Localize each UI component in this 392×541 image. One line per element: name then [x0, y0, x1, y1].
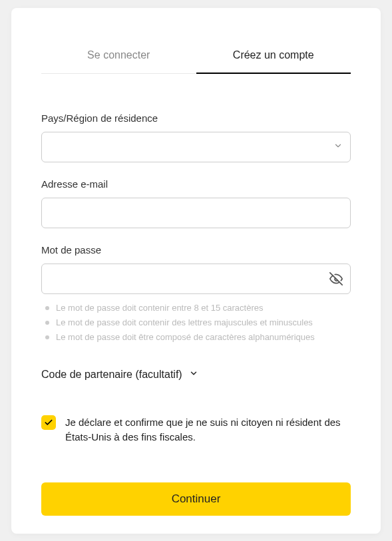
password-rule: Le mot de passe doit contenir des lettre…: [45, 315, 351, 330]
eye-off-icon[interactable]: [329, 272, 343, 285]
country-label: Pays/Région de résidence: [41, 112, 351, 124]
bullet-icon: [45, 321, 49, 325]
email-field-group: Adresse e-mail: [41, 178, 351, 228]
consent-checkbox[interactable]: [41, 415, 56, 430]
bullet-icon: [45, 306, 49, 310]
signup-form: Pays/Région de résidence Adresse e-mail …: [41, 112, 351, 516]
tab-register[interactable]: Créez un compte: [196, 49, 351, 73]
partner-code-label: Code de partenaire (facultatif): [41, 369, 182, 381]
chevron-down-icon: [189, 369, 198, 381]
password-rule: Le mot de passe doit contenir entre 8 et…: [45, 301, 351, 315]
rule-text: Le mot de passe doit contenir entre 8 et…: [56, 301, 263, 315]
password-label: Mot de passe: [41, 244, 351, 256]
tab-login[interactable]: Se connecter: [41, 49, 196, 73]
consent-text: Je déclare et confirme que je ne suis ni…: [65, 415, 351, 445]
consent-row: Je déclare et confirme que je ne suis ni…: [41, 415, 351, 445]
password-rule: Le mot de passe doit être composé de car…: [45, 330, 351, 345]
password-wrapper: [41, 264, 351, 294]
partner-code-toggle[interactable]: Code de partenaire (facultatif): [41, 369, 351, 381]
rule-text: Le mot de passe doit contenir des lettre…: [56, 315, 313, 330]
email-input[interactable]: [41, 198, 351, 228]
country-field-group: Pays/Région de résidence: [41, 112, 351, 162]
country-select[interactable]: [41, 132, 351, 162]
password-input[interactable]: [41, 264, 351, 294]
bullet-icon: [45, 335, 49, 339]
auth-tabs: Se connecter Créez un compte: [41, 49, 351, 74]
email-label: Adresse e-mail: [41, 178, 351, 190]
country-select-wrapper: [41, 132, 351, 162]
rule-text: Le mot de passe doit être composé de car…: [56, 330, 315, 345]
check-icon: [44, 418, 53, 427]
password-field-group: Mot de passe Le mot de passe doit conten…: [41, 244, 351, 345]
continue-button[interactable]: Continuer: [41, 482, 351, 516]
signup-card: Se connecter Créez un compte Pays/Région…: [11, 8, 381, 534]
password-rules: Le mot de passe doit contenir entre 8 et…: [41, 301, 351, 345]
